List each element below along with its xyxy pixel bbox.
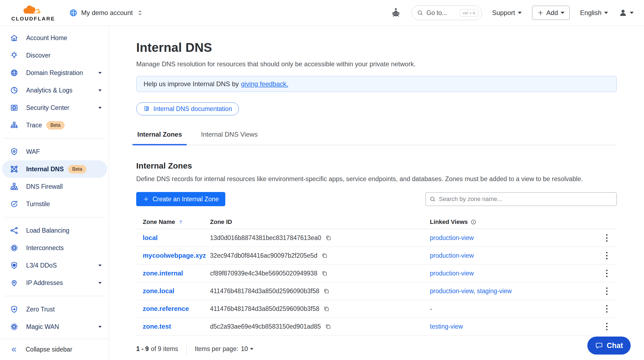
documentation-button[interactable]: Internal DNS documentation	[136, 102, 239, 115]
copy-icon[interactable]	[325, 323, 331, 330]
table-controls: Create an Internal Zone	[136, 192, 617, 206]
page-title: Internal DNS	[136, 40, 617, 55]
shield-gear-icon	[10, 147, 19, 156]
chat-button[interactable]: Chat	[587, 337, 631, 355]
zone-name-link[interactable]: zone.reference	[143, 305, 189, 312]
chevron-down-icon	[98, 107, 102, 109]
linked-view-link[interactable]: production-view	[430, 287, 473, 295]
cloudflare-logo[interactable]: CLOUDFLARE	[10, 4, 56, 22]
vault-icon	[10, 103, 19, 112]
tab-internal-zones[interactable]: Internal Zones	[136, 128, 183, 145]
book-icon	[143, 105, 150, 112]
sidebar-item-zero-trust[interactable]: Zero Trust	[0, 301, 109, 318]
sidebar-item-analytics-logs[interactable]: Analytics & Logs	[0, 82, 109, 99]
sidebar-item-account-home[interactable]: Account Home	[0, 29, 109, 47]
sidebar-item-l34-ddos[interactable]: L3/4 DDoS	[0, 257, 109, 274]
sunburst-icon	[10, 322, 19, 331]
sidebar-item-interconnects[interactable]: Interconnects	[0, 239, 109, 257]
tab-internal-dns-views[interactable]: Internal DNS Views	[200, 128, 259, 145]
chat-bubble-icon	[595, 341, 603, 350]
search-icon	[417, 10, 423, 16]
kebab-menu-icon[interactable]	[604, 303, 610, 315]
sidebar-item-discover[interactable]: Discover	[0, 47, 109, 64]
sidebar-item-label: IP Addresses	[26, 279, 63, 287]
sidebar-item-label: Turnstile	[26, 200, 50, 208]
kebab-menu-icon[interactable]	[604, 232, 610, 244]
sidebar-item-domain-registration[interactable]: Domain Registration	[0, 64, 109, 82]
copy-icon[interactable]	[325, 235, 332, 241]
language-menu[interactable]: English	[580, 9, 608, 17]
items-per-page-select[interactable]: 10	[241, 345, 254, 353]
section-heading: Internal Zones	[136, 161, 617, 170]
globe-icon	[10, 68, 19, 77]
linked-view-link[interactable]: staging-view	[477, 287, 512, 295]
map-pin-icon	[10, 278, 19, 287]
sidebar-item-magic-wan[interactable]: Magic WAN	[0, 318, 109, 335]
create-button-label: Create an Internal Zone	[153, 196, 219, 203]
chevron-down-icon	[561, 12, 564, 14]
double-chevron-left-icon	[10, 346, 18, 354]
zone-id-value: cf89f870939e4c34be56905020949938	[210, 270, 317, 277]
account-name: My demo account	[81, 9, 133, 17]
sidebar-item-label: Account Home	[26, 34, 67, 42]
zone-name-link[interactable]: mycoolwebpage.xyz	[143, 252, 206, 259]
sidebar-item-dns-firewall[interactable]: DNS Firewall	[0, 178, 109, 195]
zone-name-link[interactable]: zone.internal	[143, 269, 183, 277]
kebab-menu-icon[interactable]	[604, 250, 610, 262]
linked-view-link[interactable]: production-view	[430, 252, 474, 259]
linked-view-link[interactable]: production-view	[430, 270, 474, 277]
sidebar-item-waf[interactable]: WAF	[0, 143, 109, 160]
sidebar-item-label: Analytics & Logs	[26, 87, 72, 94]
sidebar-item-label: Trace	[26, 122, 42, 129]
share-nodes-icon	[10, 226, 19, 235]
sidebar-item-load-balancing[interactable]: Load Balancing	[0, 222, 109, 239]
support-menu[interactable]: Support	[492, 9, 522, 17]
add-button[interactable]: Add	[532, 6, 570, 20]
table-row: zone.test d5c2a93ae69e49cb8583150ed901ad…	[136, 318, 617, 335]
info-icon[interactable]	[470, 219, 476, 225]
zone-search	[426, 192, 617, 206]
chevron-down-icon	[98, 282, 102, 284]
user-menu[interactable]	[618, 8, 634, 17]
account-switcher[interactable]: My demo account	[69, 9, 144, 17]
sidebar-item-ip-addresses[interactable]: IP Addresses	[0, 274, 109, 292]
chevron-down-icon	[250, 348, 253, 350]
kebab-menu-icon[interactable]	[604, 268, 610, 279]
zone-id-value: 32ec947db0f84416ac90097b2f205e5d	[210, 252, 317, 259]
sidebar-item-label: WAF	[26, 148, 40, 155]
goto-search[interactable]: Go to... ctrl + K	[412, 5, 482, 20]
sidebar-item-label: Discover	[26, 52, 50, 59]
copy-icon[interactable]	[323, 305, 330, 312]
zone-name-link[interactable]: zone.test	[143, 323, 171, 330]
cloudflare-cloud-icon	[22, 4, 45, 15]
table-row: zone.local 411476b481784d3a850d2596090b3…	[136, 282, 617, 300]
copy-icon[interactable]	[323, 288, 330, 294]
pie-chart-icon	[10, 86, 19, 95]
sidebar-item-label: Interconnects	[26, 244, 64, 252]
create-internal-zone-button[interactable]: Create an Internal Zone	[136, 192, 225, 206]
kebab-menu-icon[interactable]	[604, 285, 610, 297]
views-separator: ,	[473, 287, 477, 295]
copy-icon[interactable]	[321, 270, 328, 277]
sidebar-item-trace[interactable]: Trace Beta	[0, 116, 109, 134]
sidebar-item-turnstile[interactable]: Turnstile	[0, 195, 109, 213]
copy-icon[interactable]	[321, 252, 328, 259]
tab-bar: Internal Zones Internal DNS Views	[136, 128, 617, 145]
zone-name-link[interactable]: local	[143, 234, 158, 241]
documentation-button-label: Internal DNS documentation	[153, 105, 232, 113]
plus-icon	[143, 196, 149, 202]
zone-name-link[interactable]: zone.local	[143, 287, 174, 295]
sidebar-item-internal-dns[interactable]: Internal DNS Beta	[2, 160, 107, 178]
collapse-sidebar-button[interactable]: Collapse sidebar	[0, 339, 109, 360]
goto-placeholder: Go to...	[427, 9, 457, 17]
feedback-link[interactable]: giving feedback.	[241, 80, 288, 88]
globe-icon	[69, 9, 77, 17]
linked-view-link[interactable]: testing-view	[430, 323, 463, 330]
bug-report-icon[interactable]	[390, 7, 401, 18]
column-header-zone-name[interactable]: Zone Name	[136, 218, 210, 226]
kebab-menu-icon[interactable]	[604, 321, 610, 332]
zone-search-input[interactable]	[426, 192, 617, 206]
top-bar: CLOUDFLARE My demo account Go to... ctrl…	[0, 0, 644, 26]
linked-view-link[interactable]: production-view	[430, 234, 474, 241]
sidebar-item-security-center[interactable]: Security Center	[0, 99, 109, 116]
